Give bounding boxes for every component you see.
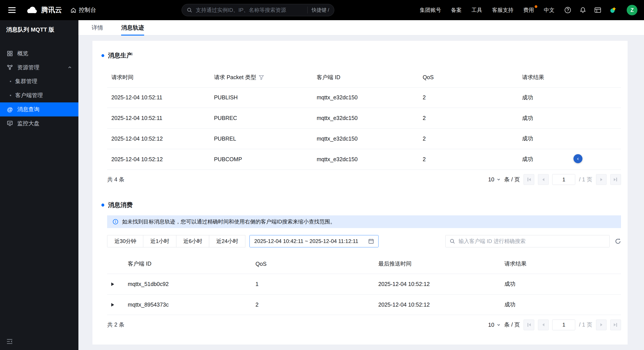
side-drawer-toggle-button[interactable]: ‹ <box>574 154 582 163</box>
console-panel-icon[interactable] <box>594 7 601 13</box>
tab-details[interactable]: 详情 <box>92 20 103 35</box>
monitor-dashboard-icon <box>6 120 13 127</box>
main-content: 详情 消息轨迹 消息生产 请求时间 请求 Packet 类型 <box>78 20 644 350</box>
calendar-icon <box>368 238 374 244</box>
topbar-link-group-account[interactable]: 集团账号 <box>420 7 441 14</box>
sidebar-item-label: 消息查询 <box>17 106 40 113</box>
app-root: 腾讯云 控制台 快捷键 / 集团账号 备案 工具 客服支持 <box>0 0 644 350</box>
cell-last-push-time: 2025-12-04 10:52:12 <box>374 294 500 315</box>
overview-grid-icon <box>6 50 13 57</box>
search-shortcut-hint: 快捷键 / <box>307 7 329 13</box>
sidebar-item-label: 资源管理 <box>17 64 40 71</box>
cell-request-time: 2025-12-04 10:52:12 <box>107 149 210 169</box>
cell-request-time: 2025-12-04 10:52:12 <box>107 128 210 149</box>
last-page-button[interactable] <box>610 319 621 330</box>
consumption-table-header-row: 客户端 ID QoS 最后推送时间 请求结果 <box>107 254 621 274</box>
resource-management-icon <box>6 64 13 71</box>
production-table: 请求时间 请求 Packet 类型 客户端 ID QoS 请求结果 <box>107 68 621 170</box>
table-row: 2025-12-04 10:52:12 PUBREL mqttx_e32dc15… <box>107 128 621 149</box>
page-size-value: 10 <box>488 322 494 328</box>
global-search-box[interactable]: 快捷键 / <box>182 4 334 16</box>
time-filter-24h-button[interactable]: 近24小时 <box>209 235 245 247</box>
expand-row-button[interactable] <box>111 282 114 286</box>
sidebar-item-client-management[interactable]: 客户端管理 <box>0 88 78 102</box>
column-header-result: 请求结果 <box>500 254 621 274</box>
column-header-qos: QoS <box>418 68 518 87</box>
sidebar-item-monitor-dashboard[interactable]: 监控大盘 <box>0 116 78 130</box>
chevron-up-icon[interactable] <box>68 65 72 70</box>
refresh-icon[interactable] <box>615 238 621 244</box>
sidebar-item-resource-management[interactable]: 资源管理 <box>0 61 78 75</box>
last-page-button[interactable] <box>610 174 621 185</box>
prev-page-button[interactable] <box>538 174 549 185</box>
console-link[interactable]: 控制台 <box>70 6 96 14</box>
logo-text: 腾讯云 <box>41 5 62 15</box>
consumption-table: 客户端 ID QoS 最后推送时间 请求结果 mqttx_51db0c92 1 … <box>107 254 621 315</box>
client-id-search-box[interactable] <box>445 235 610 247</box>
time-filter-30min-button[interactable]: 近30分钟 <box>107 235 144 247</box>
column-header-last-push-time: 最后推送时间 <box>374 254 500 274</box>
filter-funnel-icon[interactable] <box>259 75 264 80</box>
sidebar-item-label: 监控大盘 <box>17 120 40 127</box>
search-icon <box>187 7 192 13</box>
global-search-input[interactable] <box>196 7 304 13</box>
page-size-select[interactable]: 10 <box>488 176 500 183</box>
next-page-button[interactable] <box>596 319 607 330</box>
time-range-button-group: 近30分钟 近1小时 近6小时 近24小时 <box>107 235 245 247</box>
info-circle-icon <box>112 219 118 225</box>
cell-qos: 2 <box>252 294 374 315</box>
promo-icon[interactable] <box>610 6 617 14</box>
client-id-search-input[interactable] <box>459 238 605 244</box>
cell-qos: 2 <box>418 149 518 169</box>
first-page-button[interactable] <box>524 174 534 185</box>
expand-row-button[interactable] <box>111 303 114 307</box>
cell-request-time: 2025-12-04 10:52:11 <box>107 108 210 128</box>
at-sign-icon: @ <box>6 106 13 113</box>
topbar-link-language[interactable]: 中文 <box>544 7 555 14</box>
notification-bell-icon[interactable] <box>580 7 586 14</box>
first-page-button[interactable] <box>524 319 534 330</box>
billing-label: 费用 <box>523 7 534 13</box>
time-filter-6h-button[interactable]: 近6小时 <box>176 235 210 247</box>
cell-request-time: 2025-12-04 10:52:11 <box>107 87 210 108</box>
cell-packet-type: PUBCOMP <box>210 149 312 169</box>
hamburger-menu-icon[interactable] <box>6 6 17 15</box>
time-filter-1h-button[interactable]: 近1小时 <box>143 235 176 247</box>
next-page-button[interactable] <box>596 174 607 185</box>
billing-badge-dot <box>535 5 537 8</box>
cell-qos: 1 <box>252 274 374 294</box>
column-header-client-id: 客户端 ID <box>124 254 251 274</box>
home-icon <box>70 7 76 13</box>
tab-message-trace[interactable]: 消息轨迹 <box>121 20 144 35</box>
page-number-input[interactable]: 1 <box>552 174 575 185</box>
table-row: mqttx_51db0c92 1 2025-12-04 10:52:12 成功 <box>107 274 621 294</box>
topbar-right: 集团账号 备案 工具 客服支持 费用 中文 Z <box>420 5 638 16</box>
page-number-input[interactable]: 1 <box>552 319 575 330</box>
total-count-label: 共 2 条 <box>107 321 124 328</box>
chevron-down-icon <box>497 323 500 327</box>
date-range-value: 2025-12-04 10:42:11 ~ 2025-12-04 11:12:1… <box>254 238 358 244</box>
user-avatar[interactable]: Z <box>627 5 638 16</box>
info-banner: 如未找到目标消息轨迹，您可以通过精确时间和使用右侧的客户端ID搜索来缩小查找范围… <box>107 215 621 228</box>
consumption-pagination: 共 2 条 10 条 / 页 1 / 1 页 <box>107 315 621 335</box>
tencent-cloud-logo[interactable]: 腾讯云 <box>26 5 62 15</box>
cell-result: 成功 <box>518 87 621 108</box>
prev-page-button[interactable] <box>538 319 549 330</box>
topbar-center: 快捷键 / <box>96 4 420 16</box>
topbar-link-support[interactable]: 客服支持 <box>492 7 513 14</box>
cell-client-id: mqttx_e32dc150 <box>312 108 418 128</box>
date-range-picker[interactable]: 2025-12-04 10:42:11 ~ 2025-12-04 11:12:1… <box>250 235 378 247</box>
section-dot-icon <box>102 204 104 206</box>
column-header-packet-type: 请求 Packet 类型 <box>210 68 312 87</box>
content-card: 消息生产 请求时间 请求 Packet 类型 <box>92 41 628 345</box>
sidebar-item-message-query[interactable]: @ 消息查询 <box>0 102 78 116</box>
help-icon[interactable] <box>564 7 571 14</box>
collapse-sidebar-icon[interactable] <box>6 338 13 344</box>
sidebar-item-overview[interactable]: 概览 <box>0 47 78 61</box>
topbar-link-icp[interactable]: 备案 <box>451 7 462 14</box>
topbar-link-tools[interactable]: 工具 <box>472 7 482 14</box>
sidebar-item-cluster-management[interactable]: 集群管理 <box>0 74 78 88</box>
page-size-value: 10 <box>488 176 494 183</box>
topbar-link-billing[interactable]: 费用 <box>523 7 534 14</box>
page-size-select[interactable]: 10 <box>488 322 500 328</box>
